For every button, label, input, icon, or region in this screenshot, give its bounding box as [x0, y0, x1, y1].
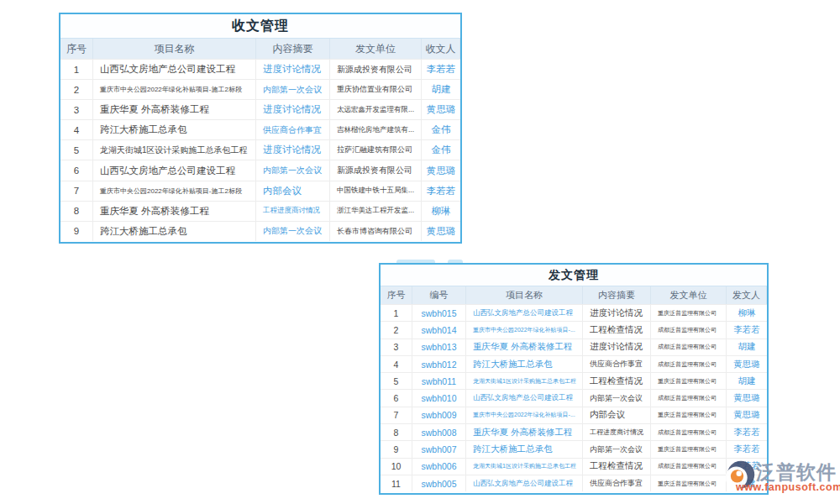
issuing-unit-cell: 成都泛普监理有限公司 [651, 322, 727, 338]
seq-cell: 8 [60, 202, 93, 221]
table-row: 7重庆市中央公园2022年绿化补贴项目-施工2标段内部会议中国铁建中铁十五局集.… [60, 181, 460, 201]
receiver-cell[interactable]: 金伟 [422, 120, 460, 139]
seq-cell: 7 [381, 407, 412, 423]
project-name-cell[interactable]: 龙湖天街城1区设计采购施工总承包工程 [466, 459, 583, 475]
table-row: 3swbh013重庆华夏 外高桥装修工程进度讨论情况成都泛普监理有限公司胡建 [381, 339, 767, 355]
project-name-cell: 龙湖天街城1区设计采购施工总承包工程 [93, 140, 256, 160]
issuing-unit-cell: 重庆泛普监理有限公司 [651, 305, 727, 321]
table-row: 8swbh008重庆华夏 外高桥装修工程工程进度商讨情况成都泛普监理有限公司李若… [381, 423, 767, 440]
content-summary-cell[interactable]: 内部第一次会议 [256, 80, 330, 99]
col-header-content-summary: 内容摘要 [256, 39, 330, 59]
content-summary-cell[interactable]: 供应商合作事宜 [256, 120, 330, 139]
table-row: 5龙湖天街城1区设计采购施工总承包工程进度讨论情况拉萨汇融建筑有限公司金伟 [60, 139, 460, 160]
project-name-cell[interactable]: 龙湖天街城1区设计采购施工总承包工程 [466, 373, 583, 389]
project-name-cell[interactable]: 重庆市中央公园2022年绿化补贴项目-... [466, 407, 583, 423]
doc-number-cell[interactable]: swbh005 [412, 475, 466, 491]
seq-cell: 4 [381, 356, 412, 372]
col-header-project-name: 项目名称 [93, 39, 256, 59]
project-name-cell[interactable]: 重庆市中央公园2022年绿化补贴项目-... [466, 322, 583, 338]
table-row: 4swbh012跨江大桥施工总承包供应商合作事宜成都泛普监理有限公司黄思璐 [381, 355, 767, 372]
content-summary-cell: 供应商合作事宜 [583, 356, 651, 372]
seq-cell: 9 [60, 222, 93, 241]
seq-cell: 9 [381, 441, 412, 457]
project-name-cell[interactable]: 山西弘文房地产总公司建设工程 [466, 305, 583, 321]
receiver-cell[interactable]: 胡建 [422, 80, 460, 99]
doc-number-cell[interactable]: swbh010 [412, 390, 466, 406]
project-name-cell: 重庆市中央公园2022年绿化补贴项目-施工2标段 [93, 80, 256, 99]
project-name-cell[interactable]: 跨江大桥施工总承包 [466, 356, 583, 372]
issuing-unit-cell: 成都泛普监理有限公司 [651, 390, 727, 406]
doc-number-cell[interactable]: swbh006 [412, 459, 466, 475]
sender-cell[interactable]: 李若若 [727, 322, 767, 338]
project-name-cell[interactable]: 山西弘文房地产总公司建设工程 [466, 475, 583, 491]
table-row: 7swbh009重庆市中央公园2022年绿化补贴项目-...内部会议重庆泛普监理… [381, 407, 767, 423]
content-summary-cell[interactable]: 进度讨论情况 [256, 140, 330, 160]
send-table: 序号编号项目名称内容摘要发文单位发文人1swbh015山西弘文房地产总公司建设工… [381, 286, 767, 491]
content-summary-cell: 供应商合作事宜 [583, 475, 651, 491]
table-row: 11swbh005山西弘文房地产总公司建设工程供应商合作事宜重庆泛普监理有限公司… [381, 475, 767, 491]
sender-cell[interactable]: 胡建 [727, 373, 767, 389]
col-header-seq: 序号 [381, 286, 412, 304]
sender-cell[interactable]: 黄思璐 [727, 407, 767, 423]
col-header-content-summary: 内容摘要 [583, 286, 651, 304]
sender-cell[interactable]: 黄思璐 [727, 390, 767, 406]
doc-number-cell[interactable]: swbh009 [412, 407, 466, 423]
doc-number-cell[interactable]: swbh013 [412, 339, 466, 355]
sender-cell[interactable]: 李若若 [727, 424, 767, 440]
project-name-cell[interactable]: 重庆华夏 外高桥装修工程 [466, 339, 583, 355]
project-name-cell: 重庆市中央公园2022年绿化补贴项目-施工2标段 [93, 181, 256, 201]
sender-cell[interactable]: 胡建 [727, 475, 767, 491]
content-summary-cell[interactable]: 进度讨论情况 [256, 100, 330, 119]
content-summary-cell[interactable]: 内部第一次会议 [256, 222, 330, 241]
sender-cell[interactable]: 黄思璐 [727, 356, 767, 372]
content-summary-cell[interactable]: 内部第一次会议 [256, 160, 330, 180]
receiver-cell[interactable]: 黄思璐 [422, 222, 460, 241]
receiver-cell[interactable]: 李若若 [422, 60, 460, 79]
col-header-receiver: 收文人 [422, 39, 460, 59]
project-name-cell[interactable]: 山西弘文房地产总公司建设工程 [466, 390, 583, 406]
issuing-unit-cell: 长春市博咨询有限公司 [330, 222, 422, 241]
content-summary-cell: 进度讨论情况 [583, 339, 651, 355]
content-summary-cell[interactable]: 工程进度商讨情况 [256, 202, 330, 221]
issuing-unit-cell: 拉萨汇融建筑有限公司 [330, 140, 422, 160]
project-name-cell[interactable]: 重庆华夏 外高桥装修工程 [466, 424, 583, 440]
content-summary-cell: 内部会议 [583, 407, 651, 423]
content-summary-cell[interactable]: 内部会议 [256, 181, 330, 201]
issuing-unit-cell: 成都泛普监理有限公司 [651, 356, 727, 372]
table-row: 9跨江大桥施工总承包内部第一次会议长春市博咨询有限公司黄思璐 [60, 221, 460, 241]
project-name-cell: 重庆华夏 外高桥装修工程 [93, 100, 256, 119]
table-row: 9swbh007跨江大桥施工总承包内部第一次会议重庆泛普监理有限公司李若若 [381, 440, 767, 457]
receiver-cell[interactable]: 柳琳 [422, 202, 460, 221]
table-row: 3重庆华夏 外高桥装修工程进度讨论情况太远宏鑫开发监理有限...黄思璐 [60, 99, 460, 119]
issuing-unit-cell: 成都泛普监理有限公司 [651, 424, 727, 440]
issuing-unit-cell: 中国铁建中铁十五局集... [330, 181, 422, 201]
content-summary-cell: 工程检查情况 [583, 459, 651, 475]
seq-cell: 1 [381, 305, 412, 321]
seq-cell: 10 [381, 459, 412, 475]
sender-cell[interactable]: 柳琳 [727, 305, 767, 321]
project-name-cell: 跨江大桥施工总承包 [93, 222, 256, 241]
table-row: 1山西弘文房地产总公司建设工程进度讨论情况新源成投资有限公司李若若 [60, 59, 460, 79]
receiver-cell[interactable]: 李若若 [422, 181, 460, 201]
send-management-panel: 发文管理 序号编号项目名称内容摘要发文单位发文人1swbh015山西弘文房地产总… [379, 263, 769, 495]
doc-number-cell[interactable]: swbh008 [412, 424, 466, 440]
doc-number-cell[interactable]: swbh014 [412, 322, 466, 338]
seq-cell: 6 [60, 160, 93, 180]
content-summary-cell: 工程进度商讨情况 [583, 424, 651, 440]
doc-number-cell[interactable]: swbh011 [412, 373, 466, 389]
receiver-cell[interactable]: 黄思璐 [422, 160, 460, 180]
header-row: 序号编号项目名称内容摘要发文单位发文人 [381, 286, 767, 304]
project-name-cell: 山西弘文房地产总公司建设工程 [93, 160, 256, 180]
sender-cell[interactable]: 胡建 [727, 339, 767, 355]
doc-number-cell[interactable]: swbh012 [412, 356, 466, 372]
sender-cell[interactable]: 李若若 [727, 459, 767, 475]
receiver-cell[interactable]: 黄思璐 [422, 100, 460, 119]
sender-cell[interactable]: 李若若 [727, 441, 767, 457]
doc-number-cell[interactable]: swbh007 [412, 441, 466, 457]
doc-number-cell[interactable]: swbh015 [412, 305, 466, 321]
content-summary-cell[interactable]: 进度讨论情况 [256, 60, 330, 79]
project-name-cell[interactable]: 跨江大桥施工总承包 [466, 441, 583, 457]
receive-table: 序号项目名称内容摘要发文单位收文人1山西弘文房地产总公司建设工程进度讨论情况新源… [60, 38, 460, 241]
receiver-cell[interactable]: 金伟 [422, 140, 460, 160]
col-header-sender: 发文人 [727, 286, 767, 304]
